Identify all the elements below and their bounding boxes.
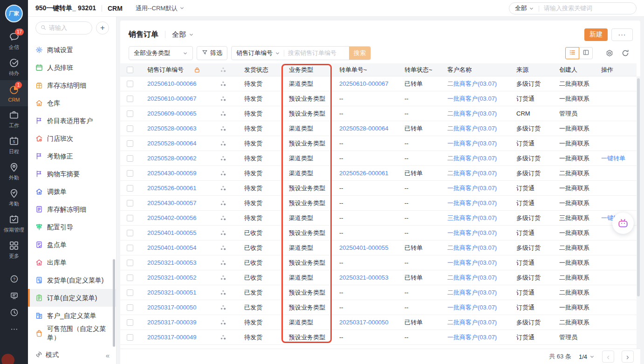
search-field-dropdown[interactable]: 销售订单编号 bbox=[232, 49, 284, 57]
new-record-button[interactable]: 新建 bbox=[584, 28, 608, 41]
row-checkbox[interactable] bbox=[127, 245, 133, 251]
order-no-link[interactable]: 20250401-000054 bbox=[147, 244, 197, 251]
global-search[interactable]: 全部 请输入搜索关键词 bbox=[509, 2, 637, 14]
column-header-order-no[interactable]: 销售订单编号 bbox=[147, 66, 184, 74]
sidebar-item-出库单[interactable]: 出库单 bbox=[28, 254, 116, 271]
order-no-link[interactable]: 20250610-000066 bbox=[147, 80, 197, 87]
sidebar-item-价目表适用客户[interactable]: 价目表适用客户 bbox=[28, 112, 116, 130]
row-checkbox[interactable] bbox=[127, 140, 133, 147]
customer-link[interactable]: 二批商客户(03.07) bbox=[447, 288, 497, 297]
customer-link[interactable]: 二批商客户(03.07) bbox=[447, 274, 497, 282]
customer-link[interactable]: 二批商客户(03.07) bbox=[447, 80, 497, 88]
list-view-button[interactable] bbox=[565, 47, 579, 59]
rail-item-日程[interactable]: 5日程 bbox=[0, 132, 28, 158]
rail-item-外勤[interactable]: 外勤 bbox=[0, 158, 28, 185]
transfer-no-link[interactable]: 20250526-000061 bbox=[339, 170, 389, 177]
column-header[interactable]: 发货状态 bbox=[244, 66, 268, 74]
table-settings-icon[interactable] bbox=[606, 49, 613, 57]
row-checkbox[interactable] bbox=[127, 319, 133, 326]
transfer-no-link[interactable]: 20250401-000055 bbox=[339, 244, 389, 251]
rail-item-工作[interactable]: 工作 bbox=[0, 106, 28, 132]
select-all-checkbox[interactable] bbox=[127, 67, 133, 73]
page-selector[interactable]: 1/4 bbox=[579, 353, 595, 360]
transfer-no-link[interactable]: 20250317-000050 bbox=[339, 319, 389, 326]
customer-link[interactable]: 二批商客户(03.07) bbox=[447, 244, 497, 252]
sidebar-item-发货单(自定义菜单)[interactable]: 发货单(自定义菜单) bbox=[28, 271, 116, 289]
customer-link[interactable]: 二批商客户(03.07) bbox=[447, 154, 497, 163]
sidebar-item-可售范围（自定义菜单）[interactable]: 可售范围（自定义菜单） bbox=[28, 324, 116, 342]
row-checkbox[interactable] bbox=[127, 200, 133, 206]
order-no-link[interactable]: 20250321-000052 bbox=[147, 274, 197, 281]
sidebar-item-订单(自定义菜单)[interactable]: 订单(自定义菜单) bbox=[28, 289, 116, 307]
sidebar-item-调拨单[interactable]: 调拨单 bbox=[28, 183, 116, 200]
order-search-input[interactable]: 搜索销售订单编号 bbox=[284, 49, 349, 57]
order-no-link[interactable]: 20250528-000063 bbox=[147, 125, 197, 132]
sidebar-item-购物车摘要[interactable]: 购物车摘要 bbox=[28, 165, 116, 183]
customer-link[interactable]: 一批商客户(03.07) bbox=[447, 303, 497, 312]
ai-assistant-button[interactable] bbox=[612, 213, 634, 234]
customer-link[interactable]: 二批商客户(03.07) bbox=[447, 318, 497, 327]
rail-item-考勤[interactable]: 考勤 bbox=[0, 185, 28, 211]
sidebar-item-客户_自定义菜单[interactable]: 客户_自定义菜单 bbox=[28, 307, 116, 324]
customer-link[interactable]: 一批商客户(03.07) bbox=[447, 139, 497, 148]
rail-item-更多[interactable]: 更多 bbox=[0, 237, 28, 263]
customer-link[interactable]: 三批商客户(03.07) bbox=[447, 214, 497, 222]
row-checkbox[interactable] bbox=[127, 260, 133, 266]
table-scrollbar[interactable] bbox=[637, 76, 640, 349]
customer-link[interactable]: 一批商客户(03.07) bbox=[447, 184, 497, 192]
add-menu-button[interactable]: + bbox=[96, 21, 109, 34]
row-checkbox[interactable] bbox=[127, 304, 133, 311]
column-header[interactable]: 来源 bbox=[516, 66, 528, 74]
order-no-link[interactable]: 20250401-000055 bbox=[147, 229, 197, 236]
sidebar-item-商城设置[interactable]: 商城设置 bbox=[28, 41, 116, 59]
transfer-no-link[interactable]: 20250321-000053 bbox=[339, 274, 389, 281]
order-no-link[interactable]: 20250430-000059 bbox=[147, 170, 197, 177]
rail-item-假期管理[interactable]: 假期管理 bbox=[0, 211, 28, 237]
sidebar-item-人员排班[interactable]: 人员排班 bbox=[28, 59, 116, 76]
order-no-link[interactable]: 20250526-000061 bbox=[147, 185, 197, 192]
row-checkbox[interactable] bbox=[127, 125, 133, 132]
row-checkbox[interactable] bbox=[127, 96, 133, 102]
rail-item-企信[interactable]: 17企信 bbox=[0, 28, 28, 54]
rail-util-history-icon[interactable] bbox=[7, 305, 21, 320]
row-checkbox[interactable] bbox=[127, 110, 133, 117]
column-header[interactable]: 操作 bbox=[601, 66, 613, 74]
sidebar-item-考勤修正[interactable]: 考勤修正 bbox=[28, 147, 116, 165]
one-click-transfer-link[interactable]: 一键转单 bbox=[601, 154, 625, 163]
row-checkbox[interactable] bbox=[127, 185, 133, 192]
mode-button[interactable]: 模式 bbox=[35, 351, 59, 359]
sidebar-item-门店班次[interactable]: 门店班次 bbox=[28, 130, 116, 147]
column-header[interactable]: 转单单号~ bbox=[339, 66, 367, 74]
order-no-link[interactable]: 20250430-000057 bbox=[147, 199, 197, 206]
column-header[interactable]: 业务类型 bbox=[289, 66, 313, 74]
customer-link[interactable]: 一批商客户(03.07) bbox=[447, 229, 497, 237]
customer-link[interactable]: 一批商客户(03.07) bbox=[447, 333, 497, 342]
customer-link[interactable]: 一批商客户(03.07) bbox=[447, 259, 497, 267]
order-no-link[interactable]: 20250317-000039 bbox=[147, 319, 197, 326]
sidebar-item-仓库[interactable]: 仓库 bbox=[28, 94, 116, 112]
customer-link[interactable]: 一批商客户(03.07) bbox=[447, 199, 497, 207]
refresh-icon[interactable] bbox=[622, 49, 629, 57]
order-no-link[interactable]: 20250609-000065 bbox=[147, 110, 197, 117]
order-no-link[interactable]: 20250402-000056 bbox=[147, 214, 197, 221]
rail-util-workbench-icon[interactable] bbox=[7, 288, 21, 303]
kanban-view-button[interactable] bbox=[579, 47, 593, 59]
rail-util-help-icon[interactable]: ? bbox=[7, 271, 21, 286]
company-avatar[interactable]: 厂家 bbox=[5, 5, 23, 22]
menu-search-input[interactable]: 请输入 bbox=[35, 21, 92, 34]
order-no-link[interactable]: 20250528-000064 bbox=[147, 140, 197, 147]
customer-link[interactable]: 二批商客户(03.07) bbox=[447, 124, 497, 133]
row-checkbox[interactable] bbox=[127, 170, 133, 177]
transfer-no-link[interactable]: 20250610-000067 bbox=[339, 80, 389, 87]
transfer-no-link[interactable]: 20250528-000064 bbox=[339, 125, 389, 132]
customer-link[interactable]: 二批商客户(03.07) bbox=[447, 169, 497, 178]
column-header[interactable]: 转单状态~ bbox=[404, 66, 432, 74]
row-checkbox[interactable] bbox=[127, 334, 133, 341]
order-no-link[interactable]: 20250610-000067 bbox=[147, 95, 197, 102]
sidebar-scrollbar[interactable] bbox=[113, 259, 115, 347]
row-checkbox[interactable] bbox=[127, 215, 133, 221]
more-actions-button[interactable]: ··· bbox=[611, 28, 633, 41]
row-checkbox[interactable] bbox=[127, 230, 133, 236]
row-checkbox[interactable] bbox=[127, 81, 133, 87]
row-checkbox[interactable] bbox=[127, 289, 133, 296]
